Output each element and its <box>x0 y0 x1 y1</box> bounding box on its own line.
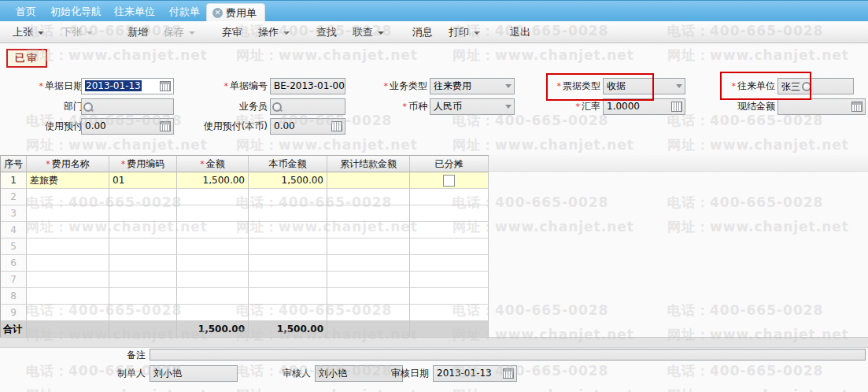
new-button[interactable]: 新增 <box>121 23 154 42</box>
col-header-no: 序号 <box>1 156 27 172</box>
expense-code-cell[interactable]: 01 <box>109 172 177 189</box>
table-row: 5 <box>1 239 489 255</box>
prepaid-local-field[interactable]: 0.00 <box>270 118 345 135</box>
expense-form-window: 首页 初始化导航 往来单位 付款单 ✕ 费用单 上张 下张 新增 保存 弃审 操… <box>0 0 868 392</box>
save-button[interactable]: 保存 <box>157 23 201 42</box>
chevron-down-icon <box>38 31 44 35</box>
prepaid-local-label: 使用预付(本币) <box>177 118 268 135</box>
grid-icon[interactable] <box>160 121 171 131</box>
watermark-text: 电话：400-665-0028网址：www.chanjet.net <box>667 194 849 236</box>
table-row: 1 差旅费 01 1,500.00 1,500.00 <box>1 172 489 189</box>
chevron-down-icon[interactable] <box>505 105 512 109</box>
grid-header-extension <box>489 155 868 172</box>
cash-amount-field[interactable] <box>778 98 866 115</box>
unapprove-button[interactable]: 弃审 <box>216 23 249 42</box>
creator-field[interactable]: 刘小艳 <box>150 365 238 382</box>
salesman-label: 业务员 <box>193 98 268 115</box>
department-field[interactable] <box>81 98 174 115</box>
calculator-icon[interactable] <box>671 102 682 112</box>
chevron-down-icon <box>378 31 384 35</box>
close-tab-icon[interactable]: ✕ <box>212 8 223 18</box>
total-amount-cell: 1,500.00 <box>177 321 249 338</box>
search-icon[interactable] <box>801 81 812 92</box>
table-row: 7 <box>1 272 489 288</box>
row-no-cell: 1 <box>1 172 27 189</box>
watermark-text: 电话：400-665-0028网址：www.chanjet.net <box>667 112 849 154</box>
currency-select[interactable]: 人民币 <box>430 98 515 115</box>
audit-date-field[interactable]: 2013-01-13 <box>433 365 517 382</box>
calendar-icon[interactable] <box>160 81 171 91</box>
watermark-text: 电话：400-665-0028网址：www.chanjet.net <box>667 362 849 392</box>
table-row: 6 <box>1 255 489 272</box>
tab-payment-order[interactable]: 付款单 <box>169 2 200 21</box>
table-total-row: 合计 1,500.00 1,500.00 <box>1 321 489 338</box>
prev-doc-button[interactable]: 上张 <box>6 23 50 42</box>
table-row: 9 <box>1 305 489 321</box>
audit-date-label: 审核日期 <box>370 365 429 382</box>
expense-name-cell[interactable]: 差旅费 <box>27 172 109 189</box>
find-button[interactable]: 查找 <box>310 23 343 42</box>
table-row: 8 <box>1 288 489 305</box>
local-amount-cell[interactable]: 1,500.00 <box>249 172 327 189</box>
allocated-checkbox[interactable] <box>443 175 455 187</box>
chevron-down-icon[interactable] <box>505 84 512 88</box>
exchange-rate-label: *汇率 <box>526 98 600 115</box>
linked-query-button[interactable]: 联查 <box>346 23 390 42</box>
table-row: 4 <box>1 222 489 239</box>
toolbar: 上张 下张 新增 保存 弃审 操作 查找 联查 消息 打印 退出 <box>0 21 868 43</box>
col-header-allocated: 已分摊 <box>410 156 489 172</box>
salesman-field[interactable] <box>270 98 345 115</box>
exit-button[interactable]: 退出 <box>504 23 537 42</box>
partner-field[interactable]: 张三 <box>778 78 854 94</box>
partner-label: *往来单位 <box>700 78 775 94</box>
watermark-text: 电话：400-665-0028网址：www.chanjet.net <box>452 112 634 154</box>
search-icon[interactable] <box>83 102 94 113</box>
creator-label: 制单人 <box>87 365 146 382</box>
remark-field[interactable] <box>150 349 866 361</box>
status-badge-approved: 已审 <box>6 49 47 68</box>
exchange-rate-field[interactable]: 1.0000 <box>603 98 685 115</box>
table-empty-rows: 23456789 <box>1 189 489 321</box>
chevron-down-icon <box>87 31 93 35</box>
message-button[interactable]: 消息 <box>406 23 439 42</box>
biz-type-select[interactable]: 往来费用 <box>430 78 515 94</box>
doc-no-label: *单据编号 <box>193 78 268 94</box>
chevron-down-icon[interactable] <box>676 84 682 88</box>
col-header-settled-amount: 累计结款金额 <box>327 156 410 172</box>
grid-scroll-strip[interactable] <box>0 337 868 348</box>
expense-lines-table: 序号 *费用名称 *费用编码 *金额 本币金额 累计结款金额 已分摊 1 差旅费… <box>0 155 489 338</box>
allocated-cell <box>410 172 489 189</box>
tab-partners[interactable]: 往来单位 <box>114 2 155 21</box>
tab-expense-order-label: 费用单 <box>226 4 257 22</box>
amount-cell[interactable]: 1,500.00 <box>177 172 249 189</box>
currency-label: *币种 <box>353 98 427 115</box>
col-header-amount: *金额 <box>177 156 249 172</box>
settled-amount-cell[interactable] <box>327 172 410 189</box>
chevron-down-icon <box>189 31 195 35</box>
next-doc-button[interactable]: 下张 <box>55 23 99 42</box>
cash-amount-label: 现结金额 <box>700 98 775 115</box>
biz-type-label: *业务类型 <box>353 78 427 94</box>
operations-button[interactable]: 操作 <box>252 23 296 42</box>
col-header-local-amount: 本币金额 <box>249 156 327 172</box>
prepaid-field[interactable]: 0.00 <box>81 118 174 135</box>
doc-date-field[interactable]: 2013-01-13 <box>81 78 174 94</box>
print-button[interactable]: 打印 <box>442 23 486 42</box>
col-header-expense-name: *费用名称 <box>27 156 109 172</box>
grid-icon[interactable] <box>851 102 862 112</box>
tab-bar: 首页 初始化导航 往来单位 付款单 ✕ 费用单 <box>0 0 868 21</box>
search-icon[interactable] <box>271 102 283 113</box>
tab-home[interactable]: 首页 <box>16 2 36 21</box>
tab-expense-order[interactable]: ✕ 费用单 <box>206 3 265 21</box>
tab-init-nav[interactable]: 初始化导航 <box>50 2 102 21</box>
doc-no-field[interactable]: BE-2013-01-0008 <box>270 78 345 94</box>
calculator-icon[interactable] <box>331 121 342 131</box>
doc-date-label: *单据日期 <box>8 78 83 94</box>
receipt-type-label: *票据类型 <box>526 78 600 94</box>
receipt-type-select[interactable]: 收据 <box>603 78 685 94</box>
table-row: 3 <box>1 205 489 222</box>
calendar-icon[interactable] <box>503 368 514 379</box>
col-header-expense-code: *费用编码 <box>109 156 177 172</box>
total-label-cell: 合计 <box>1 321 27 338</box>
total-local-amount-cell: 1,500.00 <box>249 321 327 338</box>
